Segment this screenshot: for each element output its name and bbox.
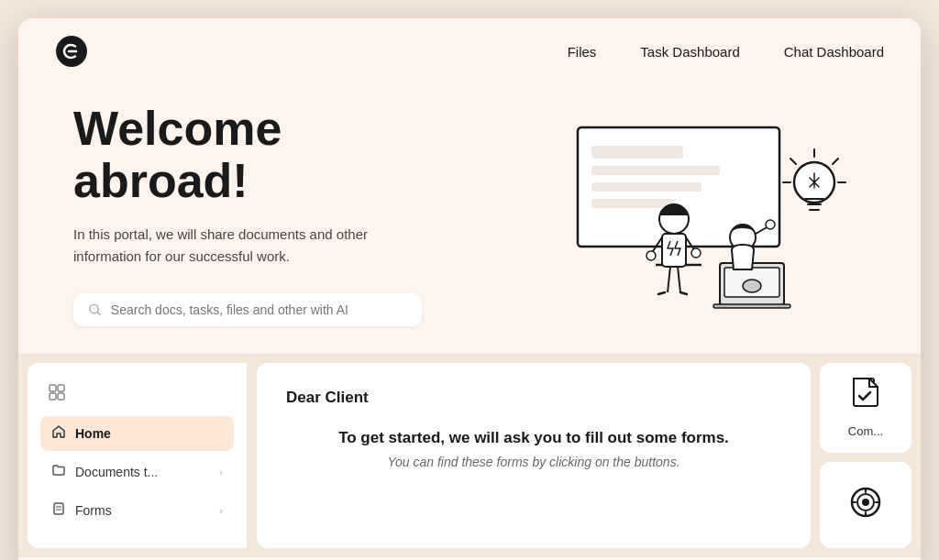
goal-icon: [850, 487, 881, 524]
svg-rect-28: [58, 385, 64, 391]
right-card-goal[interactable]: [820, 462, 911, 548]
sidebar: Home Documents t... ›: [28, 363, 248, 548]
main-sub-text: You can find these forms by clicking on …: [286, 455, 781, 469]
right-panel: Com...: [820, 354, 921, 557]
svg-rect-6: [591, 199, 674, 208]
svg-point-11: [646, 251, 656, 260]
search-icon: [88, 302, 102, 317]
main-body-text: To get started, we will ask you to fill …: [286, 429, 781, 447]
sidebar-item-home-label: Home: [75, 426, 111, 441]
svg-point-12: [691, 248, 701, 258]
sidebar-item-forms[interactable]: Forms ›: [40, 493, 234, 528]
svg-rect-18: [713, 304, 790, 308]
sidebar-item-documents-label: Documents t...: [75, 465, 158, 479]
svg-rect-27: [50, 385, 56, 391]
chevron-right-icon-forms: ›: [219, 505, 223, 516]
navbar: Files Task Dashboard Chat Dashboard: [18, 18, 921, 84]
hero-text: Welcome abroad! In this portal, we will …: [73, 103, 458, 326]
nav-chat-dashboard[interactable]: Chat Dashboard: [784, 44, 884, 60]
sidebar-item-forms-label: Forms: [75, 503, 112, 518]
hero-title: Welcome abroad!: [73, 103, 458, 207]
svg-rect-30: [58, 393, 64, 400]
sidebar-top-icon: [40, 379, 234, 405]
svg-line-13: [668, 267, 670, 292]
search-input[interactable]: [111, 302, 407, 317]
navbar-links: Files Task Dashboard Chat Dashboard: [568, 44, 884, 60]
svg-rect-29: [50, 393, 56, 400]
svg-point-17: [743, 280, 761, 292]
hero-illustration: [495, 109, 880, 320]
right-card-complete[interactable]: Com...: [820, 363, 911, 453]
svg-point-37: [862, 499, 869, 506]
svg-rect-31: [54, 503, 63, 514]
svg-line-14: [678, 267, 680, 292]
svg-rect-3: [591, 146, 683, 159]
search-bar[interactable]: [73, 293, 422, 326]
brand-logo[interactable]: [55, 35, 88, 68]
svg-rect-4: [591, 166, 720, 175]
svg-point-20: [766, 220, 775, 229]
hero-section: Welcome abroad! In this portal, we will …: [18, 84, 921, 354]
right-card-complete-label: Com...: [848, 424, 883, 438]
svg-rect-10: [662, 234, 686, 267]
nav-task-dashboard[interactable]: Task Dashboard: [640, 44, 739, 60]
app-container: Files Task Dashboard Chat Dashboard Welc…: [18, 18, 921, 560]
home-icon: [51, 424, 66, 443]
sidebar-item-home[interactable]: Home: [40, 416, 234, 451]
nav-files[interactable]: Files: [568, 44, 597, 60]
main-content: Dear Client To get started, we will ask …: [257, 363, 811, 548]
chevron-right-icon: ›: [219, 467, 223, 478]
svg-line-24: [790, 159, 796, 164]
main-title: Dear Client: [286, 389, 781, 407]
svg-rect-5: [591, 182, 701, 192]
sidebar-item-documents[interactable]: Documents t... ›: [40, 455, 234, 489]
bottom-section: Home Documents t... ›: [18, 354, 921, 557]
svg-line-23: [833, 159, 838, 164]
hero-subtitle: In this portal, we will share documents …: [73, 224, 403, 268]
forms-icon: [51, 501, 66, 520]
complete-doc-icon: [851, 378, 880, 417]
folder-icon: [51, 463, 66, 481]
